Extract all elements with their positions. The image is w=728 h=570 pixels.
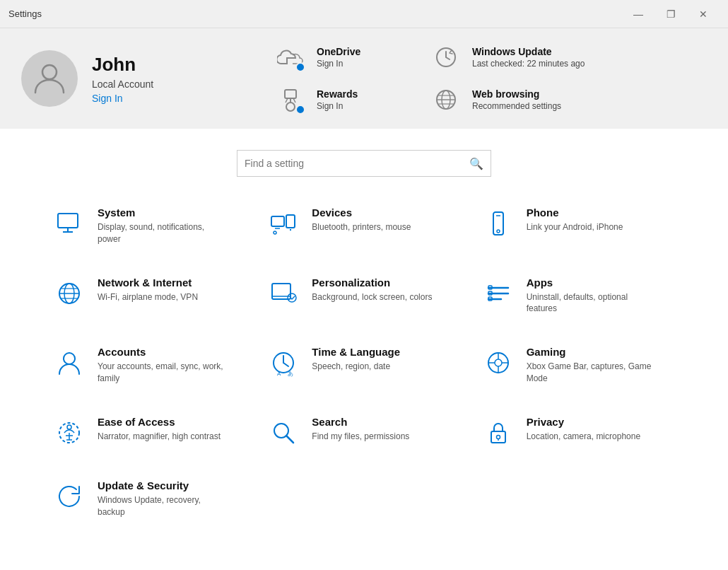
devices-title: Devices [312, 207, 411, 219]
settings-item-update[interactable]: Update & Security Windows Update, recove… [42, 464, 257, 534]
personalization-icon [268, 278, 299, 309]
search-settings-desc: Find my files, permissions [312, 431, 409, 443]
rewards-title: Rewards [317, 88, 358, 100]
settings-item-time[interactable]: A あ Time & Language Speech, region, date [257, 330, 471, 400]
maximize-button[interactable]: ❐ [654, 3, 687, 25]
time-desc: Speech, region, date [312, 361, 400, 373]
onedrive-title: OneDrive [317, 46, 360, 57]
privacy-title: Privacy [527, 416, 640, 428]
accounts-text: Accounts Your accounts, email, sync, wor… [98, 346, 225, 385]
main-content: 🔍 System Display, sound, notifications, … [0, 129, 728, 570]
accounts-title: Accounts [98, 346, 225, 358]
header-area: John Local Account Sign In OneDrive [0, 28, 728, 129]
minimize-button[interactable]: — [622, 3, 654, 25]
services-column-right: Windows Update Last checked: 22 minutes … [431, 42, 587, 115]
apps-text: Apps Uninstall, defaults, optional featu… [527, 277, 654, 315]
update-title: Update & Security [98, 479, 225, 492]
apps-icon [483, 278, 514, 309]
svg-point-57 [496, 435, 500, 438]
svg-rect-16 [286, 215, 295, 228]
onedrive-icon-wrap [276, 42, 305, 72]
apps-desc: Uninstall, defaults, optional features [527, 291, 654, 315]
phone-text: Phone Link your Android, iPhone [527, 207, 623, 233]
svg-point-43 [495, 359, 502, 366]
settings-item-search[interactable]: Search Find my files, permissions [257, 400, 471, 464]
personalization-desc: Background, lock screen, colors [312, 291, 432, 303]
personalization-text: Personalization Background, lock screen,… [312, 277, 432, 303]
rewards-text: Rewards Sign In [317, 88, 358, 111]
settings-item-phone[interactable]: Phone Link your Android, iPhone [471, 191, 686, 261]
web-browsing-title: Web browsing [472, 88, 561, 100]
privacy-text: Privacy Location, camera, microphone [527, 416, 640, 443]
time-title: Time & Language [312, 346, 400, 358]
search-settings-title: Search [312, 416, 409, 428]
globe-icon [433, 87, 459, 112]
search-container: 🔍 [0, 129, 728, 191]
windows-update-text: Windows Update Last checked: 22 minutes … [472, 46, 585, 69]
settings-item-apps[interactable]: Apps Uninstall, defaults, optional featu… [471, 261, 686, 331]
time-icon: A あ [268, 347, 299, 378]
gaming-desc: Xbox Game Bar, captures, Game Mode [527, 361, 654, 385]
gaming-title: Gaming [527, 346, 654, 358]
devices-icon [268, 208, 299, 239]
system-title: System [98, 207, 225, 219]
svg-rect-15 [271, 216, 284, 226]
settings-item-network[interactable]: Network & Internet Wi-Fi, airplane mode,… [42, 261, 257, 331]
windows-update-icon-wrap [431, 42, 461, 72]
svg-text:あ: あ [288, 371, 293, 377]
profile-signin-link[interactable]: Sign In [92, 93, 153, 104]
network-icon [54, 278, 85, 309]
ease-text: Ease of Access Narrator, magnifier, high… [98, 416, 221, 443]
profile-section: John Local Account Sign In [21, 50, 247, 107]
rewards-subtitle: Sign In [317, 101, 358, 111]
gaming-icon [483, 347, 514, 378]
close-button[interactable]: ✕ [687, 3, 720, 25]
system-desc: Display, sound, notifications, power [98, 221, 225, 245]
svg-point-3 [286, 103, 295, 111]
ease-title: Ease of Access [98, 416, 221, 428]
settings-item-personalization[interactable]: Personalization Background, lock screen,… [257, 261, 471, 331]
svg-point-0 [42, 65, 57, 79]
web-browsing-subtitle: Recommended settings [472, 101, 561, 111]
profile-account-type: Local Account [92, 78, 153, 90]
system-icon [54, 208, 85, 239]
service-rewards[interactable]: Rewards Sign In [276, 85, 431, 115]
service-windows-update[interactable]: Windows Update Last checked: 22 minutes … [431, 42, 587, 72]
rewards-icon-wrap [276, 85, 305, 115]
settings-item-system[interactable]: System Display, sound, notifications, po… [42, 191, 257, 261]
onedrive-badge [295, 62, 305, 72]
onedrive-subtitle: Sign In [317, 59, 360, 69]
titlebar: Settings — ❐ ✕ [0, 0, 728, 28]
search-settings-text: Search Find my files, permissions [312, 416, 409, 443]
settings-item-accounts[interactable]: Accounts Your accounts, email, sync, wor… [42, 330, 257, 400]
service-web-browsing[interactable]: Web browsing Recommended settings [431, 85, 587, 115]
settings-item-ease[interactable]: Ease of Access Narrator, magnifier, high… [42, 400, 257, 464]
personalization-title: Personalization [312, 277, 432, 289]
onedrive-text: OneDrive Sign In [317, 46, 360, 69]
settings-item-privacy[interactable]: Privacy Location, camera, microphone [471, 400, 686, 464]
privacy-icon [483, 417, 514, 448]
user-avatar-icon [32, 59, 67, 98]
svg-line-39 [283, 363, 288, 366]
system-text: System Display, sound, notifications, po… [98, 207, 225, 245]
web-browsing-icon-wrap [431, 85, 461, 115]
time-text: Time & Language Speech, region, date [312, 346, 400, 373]
profile-name: John [92, 54, 153, 76]
settings-item-devices[interactable]: Devices Bluetooth, printers, mouse [257, 191, 471, 261]
svg-point-19 [274, 231, 276, 234]
svg-point-49 [67, 425, 71, 429]
service-onedrive[interactable]: OneDrive Sign In [276, 42, 431, 72]
search-settings-icon [268, 417, 299, 448]
windows-update-title: Windows Update [472, 46, 585, 57]
svg-line-55 [286, 436, 293, 443]
svg-rect-12 [58, 214, 78, 228]
settings-item-gaming[interactable]: Gaming Xbox Game Bar, captures, Game Mod… [471, 330, 686, 400]
rewards-badge [295, 105, 305, 115]
avatar [21, 50, 78, 107]
search-box[interactable]: 🔍 [237, 150, 491, 177]
network-desc: Wi-Fi, airplane mode, VPN [98, 291, 198, 303]
network-title: Network & Internet [98, 277, 198, 289]
search-input[interactable] [245, 158, 464, 169]
svg-rect-56 [491, 431, 505, 443]
app-title: Settings [8, 8, 42, 19]
